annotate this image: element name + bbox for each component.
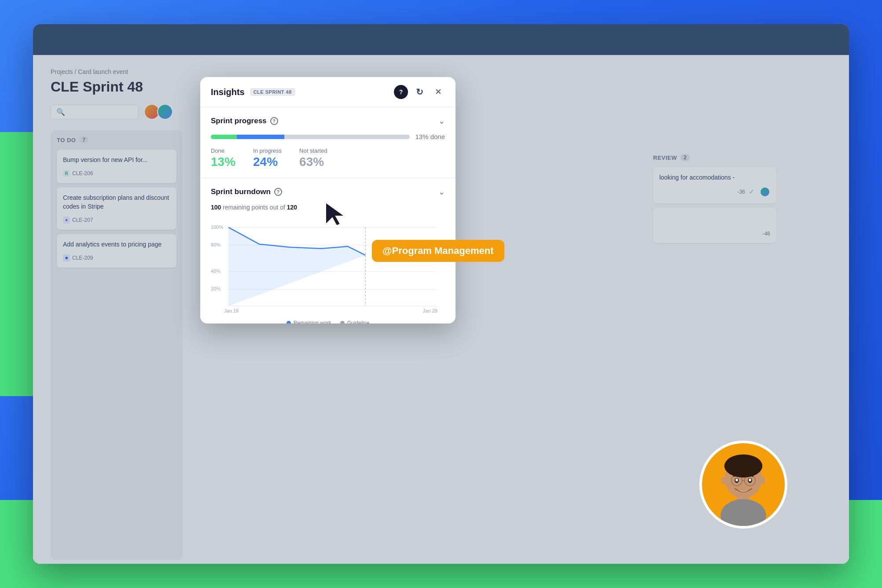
sprint-progress-chevron[interactable]: ⌄ xyxy=(438,116,445,126)
progress-bar xyxy=(211,135,410,139)
legend-guideline: Guideline xyxy=(340,320,370,323)
svg-marker-13 xyxy=(326,202,345,226)
svg-point-19 xyxy=(720,499,766,529)
modal-title: Insights xyxy=(211,87,245,97)
cursor-arrow-svg xyxy=(323,200,345,227)
svg-point-15 xyxy=(724,454,762,478)
sprint-progress-help-icon[interactable]: ? xyxy=(270,117,278,125)
legend-dot-gray xyxy=(340,321,345,323)
progress-label: 13% done xyxy=(415,133,445,140)
sprint-progress-section: Sprint progress ? ⌄ 13% done Done 13% xyxy=(200,107,456,178)
stat-done: Done 13% xyxy=(211,147,235,169)
burndown-title: Sprint burndown ? xyxy=(211,187,282,196)
close-button[interactable]: ✕ xyxy=(431,85,445,99)
large-avatar xyxy=(699,441,787,529)
svg-text:80%: 80% xyxy=(211,242,220,247)
app-window: Projects / Card launch event CLE Sprint … xyxy=(33,24,849,564)
legend-remaining: Remaining work xyxy=(287,320,331,323)
progress-notstarted-bar xyxy=(284,135,410,139)
legend-dot-blue xyxy=(287,321,291,323)
svg-text:40%: 40% xyxy=(211,268,220,274)
stat-done-value: 13% xyxy=(211,155,235,169)
burndown-chevron[interactable]: ⌄ xyxy=(438,187,445,197)
stats-row: Done 13% In progress 24% Not started 63% xyxy=(211,147,445,169)
stat-inprogress-label: In progress xyxy=(253,147,282,154)
stat-notstarted-label: Not started xyxy=(299,147,327,154)
sprint-progress-title: Sprint progress ? xyxy=(211,117,278,125)
progress-bar-row: 13% done xyxy=(211,133,445,140)
progress-inprogress-bar xyxy=(237,135,285,139)
chart-legend: Remaining work Guideline xyxy=(211,320,445,323)
svg-text:20%: 20% xyxy=(211,286,220,291)
stat-done-label: Done xyxy=(211,147,235,154)
sprint-progress-header: Sprint progress ? ⌄ xyxy=(211,116,445,126)
svg-point-16 xyxy=(721,476,728,485)
person-avatar-svg xyxy=(702,441,785,529)
burndown-header: Sprint burndown ? ⌄ xyxy=(211,187,445,197)
svg-point-22 xyxy=(735,478,738,481)
modal-header: Insights CLE SPRINT 48 ? ↻ ✕ xyxy=(200,77,456,107)
modal-badge: CLE SPRINT 48 xyxy=(250,88,295,96)
svg-point-17 xyxy=(759,476,765,485)
progress-done-bar xyxy=(211,135,237,139)
svg-text:100%: 100% xyxy=(211,224,223,230)
refresh-button[interactable]: ↻ xyxy=(412,85,426,99)
stat-notstarted-value: 63% xyxy=(299,155,327,169)
burndown-help-icon[interactable]: ? xyxy=(274,188,282,196)
svg-text:Jan 29: Jan 29 xyxy=(423,308,437,313)
svg-marker-10 xyxy=(228,228,365,306)
burndown-chart: 100% 80% 40% 20% xyxy=(211,218,445,315)
help-button[interactable]: ? xyxy=(394,85,408,99)
stat-notstarted: Not started 63% xyxy=(299,147,327,169)
stat-inprogress: In progress 24% xyxy=(253,147,282,169)
burndown-chart-svg: 100% 80% 40% 20% xyxy=(211,218,445,315)
modal-header-actions: ? ↻ ✕ xyxy=(394,85,445,99)
stat-inprogress-value: 24% xyxy=(253,155,282,169)
svg-text:Jan 18: Jan 18 xyxy=(224,308,239,313)
svg-point-23 xyxy=(749,478,751,481)
program-management-tooltip: @Program Management xyxy=(372,240,504,262)
